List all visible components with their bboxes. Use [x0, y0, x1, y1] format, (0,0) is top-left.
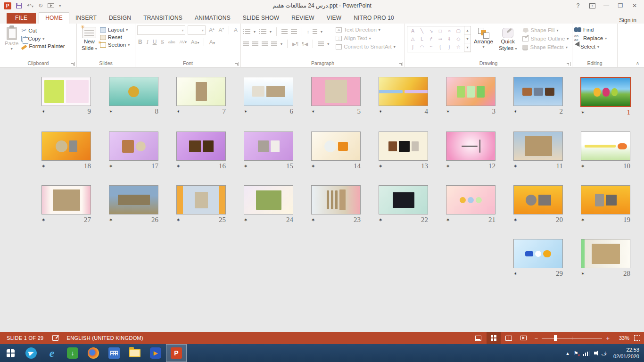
- clipboard-dialog-launcher-icon[interactable]: [71, 62, 75, 66]
- shape-glyph-0[interactable]: A: [411, 29, 414, 33]
- slide-thumbnail-17[interactable]: [109, 132, 158, 161]
- animation-indicator-icon[interactable]: ✶: [244, 164, 248, 169]
- slide-thumbnail-6[interactable]: [244, 77, 293, 106]
- shapes-gallery-scrollbar[interactable]: ▲ ▼ ▼: [464, 26, 471, 52]
- slide-thumbnail-26[interactable]: [109, 185, 158, 214]
- taskbar-file-explorer-icon[interactable]: [124, 344, 145, 362]
- tab-slide-show[interactable]: SLIDE SHOW: [237, 13, 285, 24]
- paste-button[interactable]: Paste ▾: [2, 25, 21, 59]
- character-spacing-icon[interactable]: AV▾: [179, 40, 188, 44]
- shapes-scroll-down-icon[interactable]: ▼: [464, 35, 471, 43]
- slide-thumbnail-12[interactable]: [446, 132, 495, 161]
- customize-quick-access-icon[interactable]: ▾: [59, 4, 61, 8]
- tab-view[interactable]: VIEW: [321, 13, 347, 24]
- decrease-indent-icon[interactable]: [281, 29, 288, 34]
- slide-thumbnail-19[interactable]: [581, 185, 630, 214]
- slide-thumbnail-7[interactable]: [176, 77, 226, 106]
- zoom-in-icon[interactable]: +: [606, 335, 610, 342]
- animation-indicator-icon[interactable]: ✶: [41, 109, 45, 114]
- animation-indicator-icon[interactable]: ✶: [41, 217, 45, 222]
- taskbar-idm-icon[interactable]: ↓: [62, 344, 83, 362]
- animation-indicator-icon[interactable]: ✶: [581, 217, 585, 222]
- help-icon[interactable]: ?: [571, 1, 585, 10]
- spell-check-icon[interactable]: [52, 335, 58, 341]
- sign-in-link[interactable]: Sign in: [619, 17, 644, 24]
- animation-indicator-icon[interactable]: ✶: [379, 164, 382, 169]
- redo-icon[interactable]: ↻: [38, 2, 43, 9]
- bold-icon[interactable]: B: [137, 39, 143, 45]
- layout-button[interactable]: Layout▾: [100, 27, 130, 33]
- animation-indicator-icon[interactable]: ✶: [513, 164, 517, 169]
- shape-glyph-16[interactable]: }: [448, 45, 450, 49]
- animation-indicator-icon[interactable]: ✶: [109, 164, 113, 169]
- reset-button[interactable]: Reset: [100, 34, 130, 40]
- tab-transitions[interactable]: TRANSITIONS: [137, 13, 189, 24]
- reading-view-icon[interactable]: [502, 332, 516, 344]
- align-right-icon[interactable]: [262, 41, 268, 47]
- shape-glyph-11[interactable]: ◇: [456, 37, 460, 41]
- shape-glyph-13[interactable]: ◠: [420, 45, 424, 49]
- shape-glyph-10[interactable]: ⇓: [447, 37, 451, 41]
- shape-outline-button[interactable]: Shape Outline▾: [522, 36, 569, 41]
- copy-button[interactable]: Copy ▾: [21, 36, 65, 41]
- volume-icon[interactable]: [594, 352, 597, 354]
- animation-indicator-icon[interactable]: ✶: [379, 109, 382, 114]
- shape-glyph-7[interactable]: L: [421, 37, 423, 41]
- shape-glyph-4[interactable]: ○: [448, 29, 451, 33]
- paragraph-dialog-launcher-icon[interactable]: [399, 62, 403, 66]
- format-painter-button[interactable]: Format Painter: [21, 43, 65, 49]
- shape-effects-button[interactable]: Shape Effects▾: [522, 44, 569, 50]
- shape-glyph-12[interactable]: ʃ: [413, 45, 413, 49]
- zoom-out-icon[interactable]: −: [535, 335, 538, 342]
- zoom-level[interactable]: 33%: [613, 335, 629, 341]
- network-signal-icon[interactable]: [583, 351, 589, 356]
- bullets-icon[interactable]: [243, 29, 250, 34]
- font-dialog-launcher-icon[interactable]: [235, 62, 239, 66]
- animation-indicator-icon[interactable]: ✶: [244, 217, 248, 222]
- tab-file[interactable]: FILE: [7, 13, 36, 24]
- slide-thumbnail-8[interactable]: [109, 77, 158, 106]
- convert-to-smartart-button[interactable]: Convert to SmartArt▾: [336, 44, 396, 49]
- slide-thumbnail-21[interactable]: [446, 185, 495, 214]
- slide-thumbnail-4[interactable]: [379, 77, 428, 106]
- animation-indicator-icon[interactable]: ✶: [311, 164, 315, 169]
- shape-glyph-6[interactable]: △: [411, 37, 415, 41]
- animation-indicator-icon[interactable]: ✶: [109, 109, 113, 114]
- grow-font-icon[interactable]: A▴: [208, 27, 215, 33]
- slide-thumbnail-10[interactable]: [581, 132, 630, 161]
- animation-indicator-icon[interactable]: ✶: [311, 109, 315, 114]
- taskbar-internet-explorer-icon[interactable]: e: [41, 344, 62, 362]
- slide-thumbnail-11[interactable]: [513, 132, 563, 161]
- justify-icon[interactable]: [271, 41, 277, 47]
- animation-indicator-icon[interactable]: ✶: [513, 109, 517, 114]
- animation-indicator-icon[interactable]: ✶: [581, 164, 585, 169]
- clear-formatting-icon[interactable]: A: [233, 27, 239, 33]
- slide-thumbnail-23[interactable]: [311, 185, 361, 214]
- taskbar-keyboard-app-icon[interactable]: [104, 344, 124, 362]
- language-indicator[interactable]: ENGLISH (UNITED KINGDOM): [67, 335, 143, 341]
- slide-thumbnail-15[interactable]: [244, 132, 293, 161]
- slide-thumbnail-18[interactable]: [41, 132, 91, 161]
- tray-expand-icon[interactable]: ▴: [566, 350, 569, 356]
- shape-fill-button[interactable]: Shape Fill▾: [522, 27, 569, 33]
- section-button[interactable]: Section▾: [100, 42, 130, 48]
- align-text-button[interactable]: ↕ Align Text▾: [336, 35, 396, 41]
- arrange-button[interactable]: Arrange ▾: [471, 25, 496, 59]
- ribbon-display-options-icon[interactable]: ↑: [586, 1, 599, 10]
- animation-indicator-icon[interactable]: ✶: [379, 217, 382, 222]
- slide-thumbnail-22[interactable]: [379, 185, 428, 214]
- tab-animations[interactable]: ANIMATIONS: [189, 13, 237, 24]
- shape-glyph-1[interactable]: ╲: [421, 29, 423, 33]
- tab-design[interactable]: DESIGN: [103, 13, 137, 24]
- zoom-slider-thumb[interactable]: [554, 335, 557, 341]
- slide-thumbnail-9[interactable]: [41, 77, 91, 106]
- taskbar-media-player-icon[interactable]: ▶: [145, 344, 166, 362]
- tab-home[interactable]: HOME: [39, 12, 69, 24]
- columns-icon[interactable]: [318, 41, 324, 47]
- left-to-right-icon[interactable]: ▶¶: [292, 41, 298, 47]
- animation-indicator-icon[interactable]: ✶: [176, 217, 180, 222]
- taskbar-firefox-icon[interactable]: [83, 344, 104, 362]
- slide-thumbnail-29[interactable]: [513, 239, 563, 268]
- slide-sorter-view-icon[interactable]: [487, 332, 501, 344]
- zoom-slider[interactable]: [542, 338, 602, 338]
